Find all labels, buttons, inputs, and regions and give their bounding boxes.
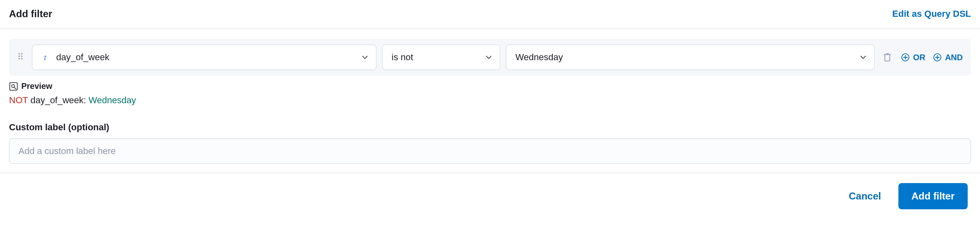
value-select-value: Wednesday <box>515 52 563 63</box>
drag-handle-icon[interactable]: ⠿ <box>15 53 26 62</box>
dialog-header: Add filter Edit as Query DSL <box>0 0 980 29</box>
chevron-down-icon <box>361 54 369 61</box>
operator-select-value: is not <box>392 52 413 63</box>
add-filter-button[interactable]: Add filter <box>898 183 968 209</box>
field-type-icon: t <box>40 53 50 62</box>
dialog-title: Add filter <box>9 8 52 20</box>
preview-token-not: NOT <box>9 95 28 105</box>
plus-circle-icon <box>901 53 910 62</box>
trash-icon <box>882 52 892 62</box>
preview-token-field: day_of_week: <box>30 95 86 105</box>
filter-condition-row: ⠿ t day_of_week is not Wednesday <box>9 39 971 76</box>
and-label: AND <box>945 53 963 62</box>
add-and-condition-button[interactable]: AND <box>932 51 964 64</box>
plus-circle-icon <box>933 53 942 62</box>
preview-label: Preview <box>21 82 52 91</box>
edit-as-query-dsl-link[interactable]: Edit as Query DSL <box>892 9 971 19</box>
custom-label-heading: Custom label (optional) <box>9 122 971 133</box>
value-select[interactable]: Wednesday <box>506 45 875 70</box>
preview-icon <box>9 82 18 91</box>
add-or-condition-button[interactable]: OR <box>900 51 926 64</box>
dialog-body: ⠿ t day_of_week is not Wednesday <box>0 29 980 173</box>
cancel-button[interactable]: Cancel <box>843 186 887 206</box>
custom-label-input[interactable] <box>9 138 971 164</box>
field-select[interactable]: t day_of_week <box>32 45 376 70</box>
field-select-value: day_of_week <box>56 52 109 63</box>
or-label: OR <box>913 53 925 62</box>
chevron-down-icon <box>485 54 492 61</box>
preview-heading: Preview <box>9 82 971 91</box>
delete-condition-button[interactable] <box>880 50 894 64</box>
preview-query: NOT day_of_week: Wednesday <box>9 95 971 106</box>
operator-select[interactable]: is not <box>382 45 500 70</box>
dialog-footer: Cancel Add filter <box>0 173 980 219</box>
preview-token-value: Wednesday <box>89 95 136 105</box>
chevron-down-icon <box>859 54 867 61</box>
